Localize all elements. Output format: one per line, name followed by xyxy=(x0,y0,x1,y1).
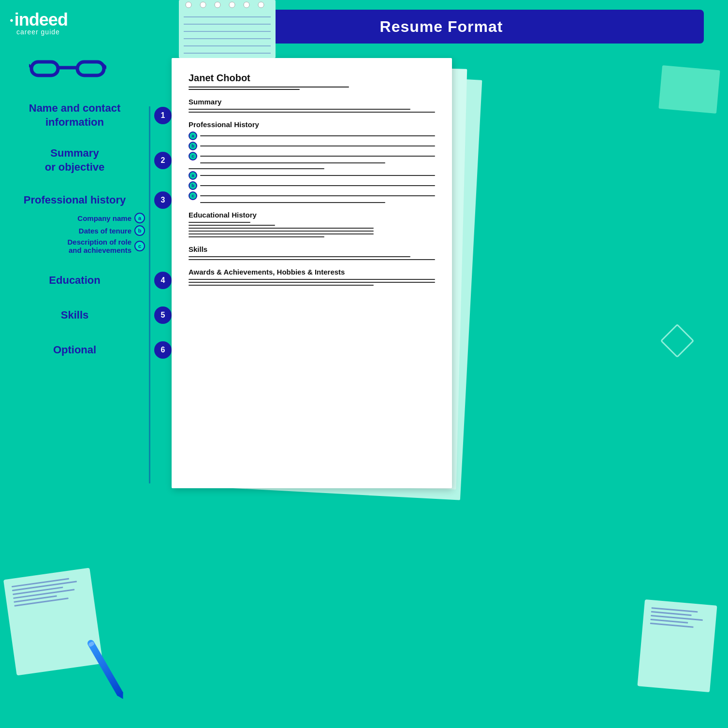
skills-line-2 xyxy=(189,259,435,260)
job1-bullet-a: a xyxy=(189,131,435,140)
spiral-top xyxy=(179,0,276,58)
svg-point-8 xyxy=(215,2,220,8)
job2-b-line xyxy=(200,185,435,186)
resume-name: Janet Chobot xyxy=(189,73,435,84)
sidebar-sub-3c: Description of roleand achievements c xyxy=(5,238,145,254)
bullet-c-1: c xyxy=(189,152,197,160)
sidebar-section-4: Education 4 xyxy=(5,272,172,289)
svg-point-10 xyxy=(244,2,249,8)
job1-c-line xyxy=(200,156,435,157)
section-skills: Skills xyxy=(189,245,435,253)
diamond-decoration xyxy=(660,324,695,358)
sidebar-section-2: Summaryor objective 2 xyxy=(5,146,172,174)
bullet-a-1: a xyxy=(189,131,197,140)
indeed-logo: indeed xyxy=(15,10,68,30)
name-underline-2 xyxy=(189,89,300,90)
job1-a-line xyxy=(200,135,435,136)
svg-rect-0 xyxy=(31,62,58,75)
job2-title xyxy=(189,168,324,169)
section-awards: Awards & Achievements, Hobbies & Interes… xyxy=(189,268,435,276)
job2-bullet-a: a xyxy=(189,171,435,180)
skills-line-1 xyxy=(189,256,410,257)
section-education: Educational History xyxy=(189,211,435,219)
sidebar-number-4: 4 xyxy=(154,272,172,289)
job1-extra xyxy=(200,162,385,163)
edu-line-6 xyxy=(189,236,324,237)
svg-line-4 xyxy=(104,65,106,68)
sidebar-label-1: Name and contactinformation xyxy=(5,102,145,129)
circle-b: b xyxy=(134,225,145,236)
summary-line-1 xyxy=(189,109,410,110)
edu-line-3 xyxy=(189,228,374,229)
spacer3: Description of roleand achievements xyxy=(5,238,131,254)
resume-stack: Janet Chobot Summary Professional Histor… xyxy=(172,58,471,493)
circle-a: a xyxy=(134,213,145,223)
sidebar-section-6: Optional 6 xyxy=(5,341,172,359)
sidebar-label-6: Optional xyxy=(5,343,145,357)
sidebar-number-6: 6 xyxy=(154,341,172,359)
job2-extra xyxy=(200,202,385,203)
summary-line-2 xyxy=(189,112,435,113)
sidebar-label-5: Skills xyxy=(5,308,145,322)
paper-scrap-right xyxy=(637,599,717,692)
job2-a-line xyxy=(200,175,435,176)
spacer: Company name xyxy=(5,214,131,222)
svg-rect-5 xyxy=(179,0,276,58)
sidebar-sub-3: Company name a Dates of tenure b Descrip… xyxy=(5,209,172,254)
bullet-b-2: b xyxy=(189,181,197,190)
job2-group: a b c xyxy=(189,168,435,203)
svg-point-11 xyxy=(258,2,264,8)
awards-line-3 xyxy=(189,285,374,286)
spacer2: Dates of tenure xyxy=(5,227,131,235)
job2-bullet-b: b xyxy=(189,181,435,190)
svg-point-7 xyxy=(200,2,206,8)
job1-bullet-c: c xyxy=(189,152,435,160)
section-professional: Professional History xyxy=(189,120,435,129)
sidebar-number-2: 2 xyxy=(154,152,172,169)
bullet-c-2: c xyxy=(189,191,197,200)
awards-line-2 xyxy=(189,282,435,283)
sidebar-sub-3a: Company name a xyxy=(5,213,145,223)
sidebar-section-3: Professional history 3 Company name a Da… xyxy=(5,191,172,254)
edu-line-1 xyxy=(189,222,250,223)
job1-b-line xyxy=(200,146,435,146)
svg-line-3 xyxy=(29,65,31,68)
page-title: Resume Format xyxy=(380,18,503,36)
edu-line-4 xyxy=(189,231,374,232)
deco-top-right xyxy=(658,65,720,114)
svg-point-9 xyxy=(229,2,235,8)
logo-area: ● indeed career guide xyxy=(10,10,106,36)
paper-scrap-1 xyxy=(3,568,103,675)
sidebar-label-4: Education xyxy=(5,274,145,288)
edu-line-2 xyxy=(189,225,275,226)
svg-point-6 xyxy=(186,2,191,8)
circle-c: c xyxy=(134,241,145,251)
sidebar-number-1: 1 xyxy=(154,107,172,124)
svg-rect-1 xyxy=(77,62,104,75)
pen xyxy=(86,639,123,697)
awards-line-1 xyxy=(189,279,435,280)
edu-line-5 xyxy=(189,233,374,234)
resume-paper: Janet Chobot Summary Professional Histor… xyxy=(172,58,452,488)
sidebar-label-3: Professional history xyxy=(5,193,145,207)
sidebar-section-5: Skills 5 xyxy=(5,306,172,324)
section-summary: Summary xyxy=(189,98,435,106)
job2-c-line xyxy=(200,195,435,196)
sidebar-number-3: 3 xyxy=(154,191,172,209)
sidebar-sub-3b: Dates of tenure b xyxy=(5,225,145,236)
sidebar: Name and contactinformation 1 Summaryor … xyxy=(5,102,172,359)
bullet-b-1: b xyxy=(189,142,197,150)
sidebar-number-5: 5 xyxy=(154,306,172,324)
job1-bullet-b: b xyxy=(189,142,435,150)
name-underline-1 xyxy=(189,87,349,87)
sidebar-section-1: Name and contactinformation 1 xyxy=(5,102,172,129)
job2-bullet-c: c xyxy=(189,191,435,200)
sidebar-label-2: Summaryor objective xyxy=(5,146,145,174)
glasses-icon xyxy=(29,53,106,82)
bullet-a-2: a xyxy=(189,171,197,180)
